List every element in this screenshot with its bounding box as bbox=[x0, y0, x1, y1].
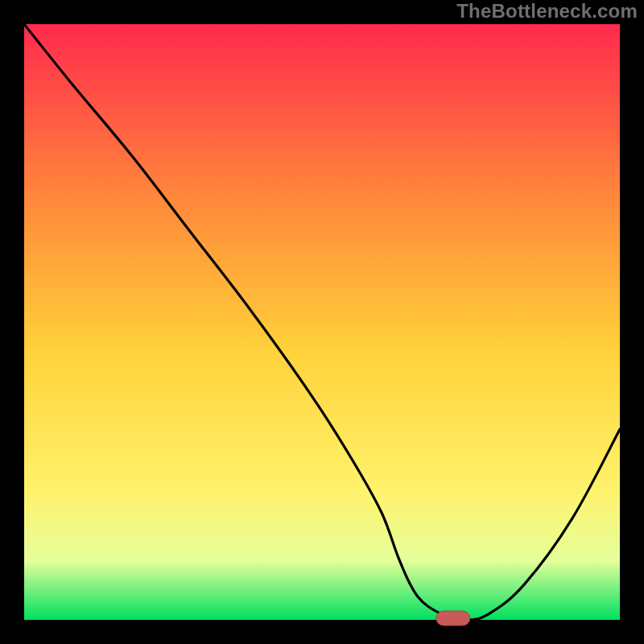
bottleneck-chart bbox=[0, 0, 644, 644]
optimal-marker bbox=[436, 611, 470, 625]
gradient-background bbox=[24, 24, 620, 620]
chart-stage: TheBottleneck.com bbox=[0, 0, 644, 644]
